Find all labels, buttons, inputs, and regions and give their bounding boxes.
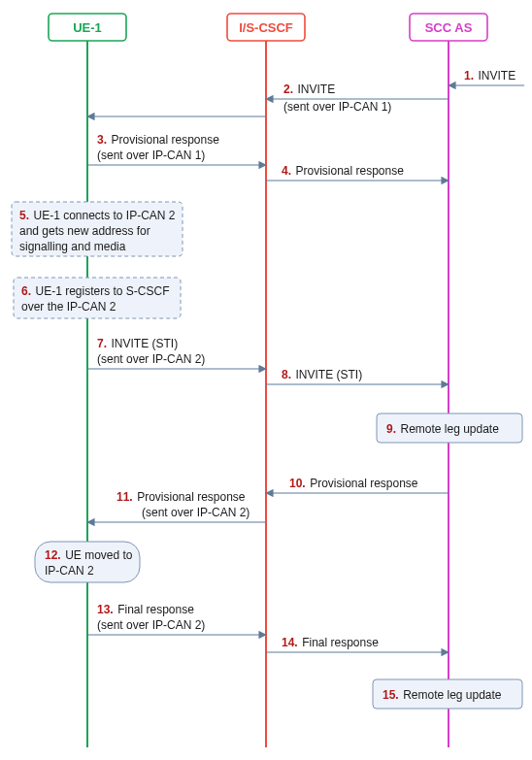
lane-ue-label: UE-1 [73,20,102,35]
svg-text:11. Provisional response: 11. Provisional response [116,487,246,504]
svg-text:(sent over IP-CAN 1): (sent over IP-CAN 1) [97,149,205,162]
svg-text:5. UE-1 connects to IP-CAN 2: 5. UE-1 connects to IP-CAN 2 [19,206,176,222]
svg-text:1. INVITE: 1. INVITE [464,66,515,83]
note-12: 12. UE moved to IP-CAN 2 [35,542,140,582]
note-15: 15. Remote leg update [373,679,522,709]
svg-text:6. UE-1 registers to S-CSCF: 6. UE-1 registers to S-CSCF [21,281,170,298]
sequence-diagram: UE-1 I/S-CSCF SCC AS 1. INVITE 2. INVITE… [0,0,532,760]
svg-text:and gets new address for: and gets new address for [19,224,150,238]
note-9: 9. Remote leg update [377,413,522,443]
svg-text:12. UE moved to: 12. UE moved to [45,545,133,562]
msg-2-right: 2. INVITE (sent over IP-CAN 1) [266,80,449,114]
lane-ue: UE-1 [49,14,126,747]
svg-text:2. INVITE: 2. INVITE [283,80,335,96]
svg-text:14. Final response: 14. Final response [282,633,379,649]
svg-text:13. Final response: 13. Final response [97,600,194,616]
svg-text:IP-CAN 2: IP-CAN 2 [45,564,94,578]
note-6: 6. UE-1 registers to S-CSCF over the IP-… [14,278,181,318]
svg-text:(sent over IP-CAN 2): (sent over IP-CAN 2) [97,352,205,366]
svg-text:15. Remote leg update: 15. Remote leg update [382,685,502,702]
note-5: 5. UE-1 connects to IP-CAN 2 and gets ne… [12,202,183,256]
msg-1: 1. INVITE [449,66,524,85]
msg-11: 11. Provisional response (sent over IP-C… [87,487,266,522]
svg-text:10. Provisional response: 10. Provisional response [289,474,418,490]
svg-text:signalling and media: signalling and media [19,240,126,253]
svg-text:(sent over IP-CAN 2): (sent over IP-CAN 2) [97,618,205,632]
svg-text:8. INVITE (STI): 8. INVITE (STI) [282,365,362,381]
lane-scc: SCC AS [410,14,487,747]
svg-text:9. Remote leg update: 9. Remote leg update [386,419,499,436]
msg-10: 10. Provisional response [266,474,449,493]
svg-text:7. INVITE (STI): 7. INVITE (STI) [97,334,178,350]
svg-text:(sent over IP-CAN 1): (sent over IP-CAN 1) [283,100,391,114]
msg-7: 7. INVITE (STI) (sent over IP-CAN 2) [87,334,266,369]
msg-13: 13. Final response (sent over IP-CAN 2) [87,600,266,635]
svg-text:(sent over IP-CAN 2): (sent over IP-CAN 2) [142,506,249,519]
lane-scc-label: SCC AS [425,20,473,35]
svg-text:4. Provisional response: 4. Provisional response [282,161,404,178]
lane-cscf-label: I/S-CSCF [239,20,293,35]
msg-3: 3. Provisional response (sent over IP-CA… [87,130,266,165]
svg-text:3. Provisional response: 3. Provisional response [97,130,219,147]
msg-14: 14. Final response [266,633,449,652]
msg-8: 8. INVITE (STI) [266,365,449,384]
msg-4: 4. Provisional response [266,161,449,181]
svg-text:over the IP-CAN 2: over the IP-CAN 2 [21,300,116,314]
